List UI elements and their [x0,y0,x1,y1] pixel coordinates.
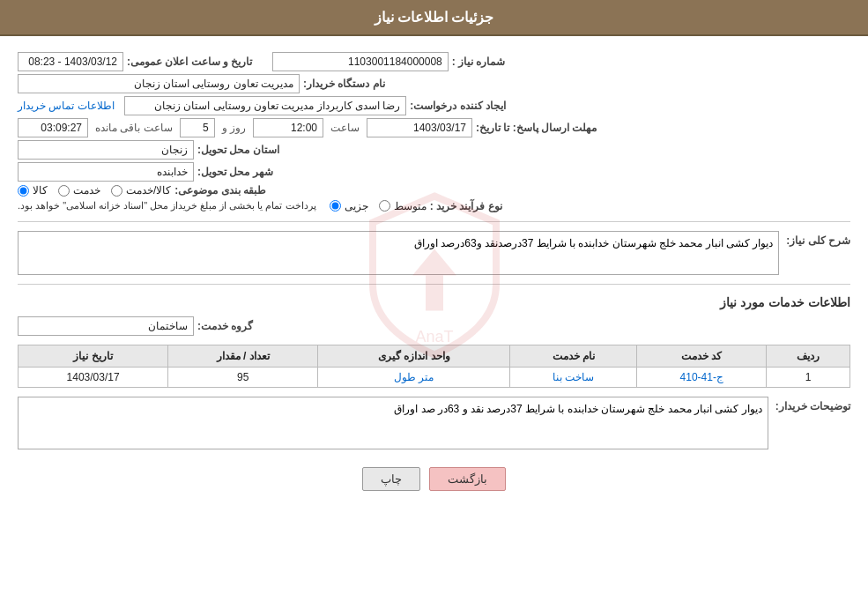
table-header-unit: واحد اندازه گیری [318,345,510,368]
buyer-notes-label: توضیحات خریدار: [775,397,850,412]
category-kala-khedmat-label: کالا/خدمت [126,184,171,197]
category-kala-label: کالا [33,184,48,197]
category-kala-khedmat-radio[interactable] [111,185,122,197]
table-header-date: تاریخ نیاز [19,345,168,368]
province-row: استان محل تحویل: زنجان [18,140,850,160]
content-area: AnaT شماره نیاز : 1103001184000008 تاریخ… [0,36,868,517]
page-header: جزئیات اطلاعات نیاز [0,0,868,36]
table-header-name: نام خدمت [510,345,637,368]
row-quantity: 95 [168,368,318,388]
category-khedmat-item: خدمت [58,184,100,197]
city-row: شهر محل تحویل: خدابنده [18,162,850,182]
table-header-row: ردیف [767,345,850,368]
category-khedmat-label: خدمت [73,184,100,197]
buyer-notes-row: توضیحات خریدار: [18,397,850,449]
date-label: تاریخ و ساعت اعلان عمومی: [127,56,252,68]
category-kala-item: کالا [18,184,48,197]
category-kala-radio[interactable] [18,185,29,197]
row-code: ج-41-410 [637,368,767,388]
purchase-type-label: نوع فرآیند خرید : [430,200,502,212]
buyer-notes-textarea[interactable] [18,397,768,449]
back-button[interactable]: بازگشت [429,467,506,491]
category-label: طبقه بندی موضوعی: [174,184,266,197]
buyer-name-row: نام دستگاه خریدار: مدیریت تعاون روستایی … [18,74,850,93]
purchase-jozi-radio[interactable] [330,200,341,212]
row-service-name: ساخت بنا [510,368,637,388]
response-deadline-row: مهلت ارسال پاسخ: تا تاریخ: 1403/03/17 سا… [18,118,850,137]
need-description-label: شرح کلی نیاز: [786,231,850,247]
table-row: 1 ج-41-410 ساخت بنا متر طول 95 1403/03/1… [19,368,850,388]
city-value: خدابنده [18,162,194,182]
province-value: زنجان [18,140,194,160]
category-row: طبقه بندی موضوعی: کالا/خدمت خدمت کالا [18,184,850,197]
divider1 [18,221,850,222]
purchase-note: پرداخت تمام یا بخشی از مبلغ خریداز محل "… [18,200,316,212]
response-time-label: ساعت [330,122,360,134]
days-label: روز و [222,122,246,134]
remaining-label: ساعت باقی مانده [95,122,173,134]
response-deadline-label: مهلت ارسال پاسخ: تا تاریخ: [476,122,597,134]
button-area: بازگشت چاپ [18,467,850,491]
city-label: شهر محل تحویل: [197,166,273,178]
buyer-name-label: نام دستگاه خریدار: [303,78,385,90]
response-time: 12:00 [253,118,323,137]
page-wrapper: جزئیات اطلاعات نیاز AnaT شماره نیاز : 11… [0,0,868,609]
table-header-code: کد خدمت [637,345,767,368]
divider2 [18,284,850,285]
category-kala-khedmat-item: کالا/خدمت [111,184,171,197]
creator-row: ایجاد کننده درخواست: رضا اسدی کاربرداز م… [18,96,850,115]
date-value: 1403/03/12 - 08:23 [18,52,123,71]
need-number-value: 1103001184000008 [272,52,449,71]
service-table: ردیف کد خدمت نام خدمت واحد اندازه گیری ت… [18,345,850,388]
need-number-row: شماره نیاز : 1103001184000008 تاریخ و سا… [18,52,850,71]
service-group-row: گروه خدمت: ساختمان [18,316,850,336]
page-title: جزئیات اطلاعات نیاز [375,10,494,25]
creator-label: ایجاد کننده درخواست: [410,100,506,112]
province-label: استان محل تحویل: [197,144,279,156]
purchase-jozi-item: جزیی [330,200,368,212]
purchase-motavaset-item: متوسط [379,200,427,212]
print-button[interactable]: چاپ [362,467,420,491]
service-group-value: ساختمان [18,316,194,336]
purchase-motavaset-radio[interactable] [379,200,390,212]
row-unit: متر طول [318,368,510,388]
service-group-label: گروه خدمت: [197,320,253,332]
response-date: 1403/03/17 [367,118,472,137]
service-info-title: اطلاعات خدمات مورد نیاز [18,295,850,309]
purchase-type-radio-group: متوسط جزیی [330,200,427,212]
need-description-textarea[interactable] [18,231,779,275]
purchase-type-row: نوع فرآیند خرید : متوسط جزیی پرداخت تمام… [18,199,850,212]
remaining-time: 03:09:27 [18,118,88,137]
category-khedmat-radio[interactable] [58,185,70,197]
purchase-motavaset-label: متوسط [394,200,427,212]
days-value: 5 [180,118,215,137]
buyer-name-value: مدیریت تعاون روستایی استان زنجان [18,74,300,93]
need-description-row: شرح کلی نیاز: [18,231,850,275]
category-radio-group: کالا/خدمت خدمت کالا [18,184,171,197]
table-header-quantity: تعداد / مقدار [168,345,318,368]
row-number: 1 [767,368,850,388]
need-number-label: شماره نیاز : [452,56,506,68]
purchase-jozi-label: جزیی [345,200,368,212]
creator-value: رضا اسدی کاربرداز مدیریت تعاون روستایی ا… [124,96,406,115]
contact-link[interactable]: اطلاعات تماس خریدار [18,100,115,112]
row-date: 1403/03/17 [19,368,168,388]
watermark: AnaT [346,188,523,367]
